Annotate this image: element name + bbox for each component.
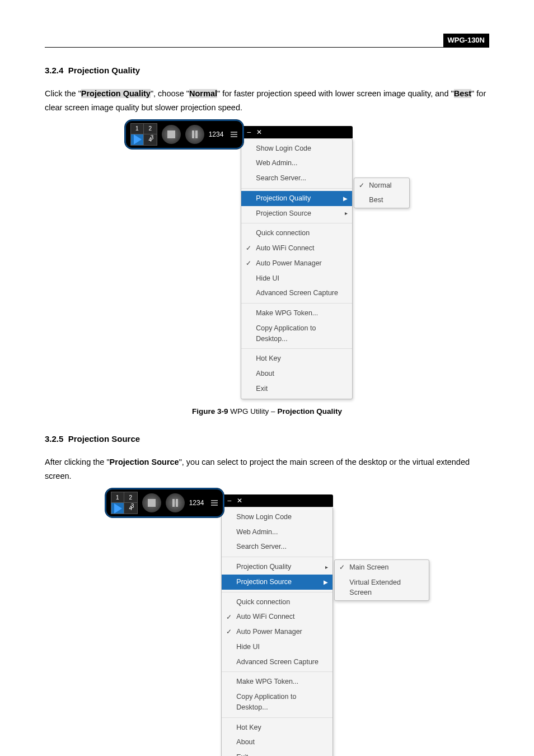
menu-about[interactable]: About <box>222 735 332 750</box>
menu-quick-connection[interactable]: Quick connection <box>222 595 332 610</box>
menu-about[interactable]: About <box>241 366 352 381</box>
menu-projection-source[interactable]: Projection Source▶ <box>222 575 332 590</box>
svg-rect-6 <box>148 499 156 507</box>
submenu-quality-normal[interactable]: Normal <box>354 178 409 193</box>
menu-show-login-code[interactable]: Show Login Code <box>241 141 352 156</box>
menu-auto-wifi-connect[interactable]: Auto WiFi Connect <box>222 609 332 624</box>
svg-rect-3 <box>231 132 237 133</box>
menu-auto-wifi-connect[interactable]: Auto WiFi Connect <box>241 241 352 256</box>
svg-rect-4 <box>231 134 237 135</box>
svg-rect-9 <box>211 500 218 501</box>
menu-projection-quality[interactable]: Projection Quality▶ <box>241 191 352 206</box>
submenu-quality-best[interactable]: Best <box>354 193 409 208</box>
close-icon[interactable]: ✕ <box>254 127 264 137</box>
window-controls: | – ✕ <box>220 494 333 507</box>
utility-bar: 124 3 1234 <box>105 488 225 518</box>
header-divider <box>45 47 489 48</box>
menu-projection-quality[interactable]: Projection Quality▸ <box>222 559 332 575</box>
chevron-right-icon: ▸ <box>325 563 328 571</box>
menu-icon[interactable] <box>210 499 218 507</box>
menu-web-admin[interactable]: Web Admin... <box>222 525 332 540</box>
minimize-icon[interactable]: – <box>225 496 233 506</box>
menu-search-server[interactable]: Search Server... <box>222 539 332 554</box>
login-code: 1234 <box>189 498 204 508</box>
menu-hotkey[interactable]: Hot Key <box>222 720 332 735</box>
utility-bar: 124 3 1234 <box>124 119 245 150</box>
menu-hide-ui[interactable]: Hide UI <box>222 640 332 655</box>
menu-auto-power-manager[interactable]: Auto Power Manager <box>241 256 352 271</box>
stop-button[interactable] <box>162 125 181 144</box>
svg-rect-2 <box>195 130 198 138</box>
section-text-quality: Click the "Projection Quality", choose "… <box>45 87 489 114</box>
pause-button[interactable] <box>185 125 204 144</box>
chevron-right-icon: ▶ <box>324 578 328 586</box>
menu-copy-to-desktop[interactable]: Copy Application to Desktop... <box>222 689 332 715</box>
window-controls: | – ✕ <box>240 126 353 138</box>
context-menu: Show Login Code Web Admin... Search Serv… <box>221 507 333 756</box>
close-icon[interactable]: ✕ <box>235 496 245 506</box>
submenu-quality: Normal Best <box>354 178 410 209</box>
svg-rect-8 <box>176 499 178 507</box>
svg-rect-7 <box>172 499 175 507</box>
svg-rect-0 <box>167 130 175 138</box>
svg-rect-10 <box>211 502 218 503</box>
menu-exit[interactable]: Exit <box>222 750 332 756</box>
section-title-source: 3.2.5 Projection Source <box>45 433 489 446</box>
submenu-source: Main Screen Virtual Extended Screen <box>334 559 429 601</box>
menu-icon[interactable] <box>230 130 238 138</box>
menu-adv-screen-capture[interactable]: Advanced Screen Capture <box>222 655 332 670</box>
menu-make-wpg-token[interactable]: Make WPG Token... <box>241 306 352 321</box>
product-badge: WPG-130N <box>443 34 489 47</box>
pause-button[interactable] <box>166 493 185 512</box>
menu-projection-source[interactable]: Projection Source▸ <box>241 206 352 221</box>
menu-hide-ui[interactable]: Hide UI <box>241 271 352 286</box>
menu-copy-to-desktop[interactable]: Copy Application to Desktop... <box>241 321 352 347</box>
menu-web-admin[interactable]: Web Admin... <box>241 156 352 171</box>
section-title-quality: 3.2.4 Projection Quality <box>45 64 489 77</box>
figure-caption-quality: Figure 3-9 WPG Utility – Projection Qual… <box>45 406 489 417</box>
menu-search-server[interactable]: Search Server... <box>241 171 352 186</box>
menu-quick-connection[interactable]: Quick connection <box>241 226 352 241</box>
menu-show-login-code[interactable]: Show Login Code <box>222 510 332 525</box>
submenu-source-virtual[interactable]: Virtual Extended Screen <box>335 575 429 601</box>
svg-rect-11 <box>211 505 218 506</box>
login-code: 1234 <box>209 129 224 139</box>
svg-rect-5 <box>231 136 237 137</box>
chevron-right-icon: ▶ <box>343 194 348 203</box>
menu-hotkey[interactable]: Hot Key <box>241 351 352 366</box>
section-text-source: After clicking the "Projection Source", … <box>45 455 489 483</box>
minimize-icon[interactable]: – <box>245 127 253 137</box>
menu-make-wpg-token[interactable]: Make WPG Token... <box>222 674 332 689</box>
submenu-source-main[interactable]: Main Screen <box>335 560 429 575</box>
stop-button[interactable] <box>142 493 161 512</box>
menu-auto-power-manager[interactable]: Auto Power Manager <box>222 624 332 640</box>
chevron-right-icon: ▸ <box>345 209 348 217</box>
figure-projection-quality: 124 3 1234 | – ✕ <box>124 126 410 399</box>
svg-rect-1 <box>192 130 194 138</box>
figure-projection-source: 124 3 1234 | – ✕ Show <box>105 494 430 756</box>
menu-exit[interactable]: Exit <box>241 381 352 396</box>
menu-adv-screen-capture[interactable]: Advanced Screen Capture <box>241 286 352 301</box>
context-menu: Show Login Code Web Admin... Search Serv… <box>241 138 353 399</box>
